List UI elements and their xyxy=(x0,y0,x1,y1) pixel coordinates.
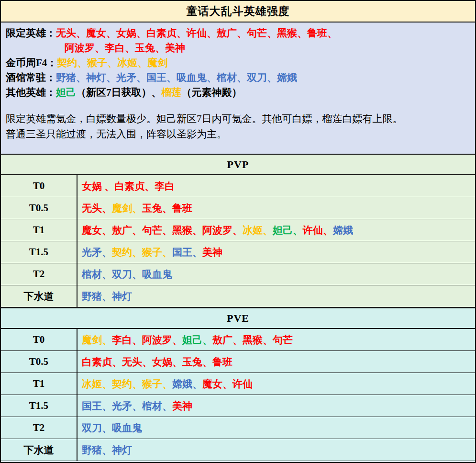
roster-section: 限定英雄：无头、魔女、女娲、白素贞、许仙、敖广、句芒、黑猴、鲁班、 阿波罗、李白… xyxy=(1,23,475,154)
hero-text-segment: 妲己、 xyxy=(273,224,303,237)
roster-heroes: 契约、猴子、冰姬、魔剑 xyxy=(57,57,167,68)
roster-heroes: 野猪、神灯、光矛、国王、吸血鬼、棺材、双刀、嫦娥 xyxy=(56,72,297,83)
table-row: T2 棺材、双刀、吸血鬼 xyxy=(1,263,475,285)
hero-text-segment: 无头、魔女、女娲、白素贞、许仙、敖广、句芒、黑猴、鲁班、 xyxy=(56,27,337,39)
table-row: 下水道 野猪、神灯 xyxy=(1,285,475,307)
roster-line-limited: 限定英雄：无头、魔女、女娲、白素贞、许仙、敖广、句芒、黑猴、鲁班、 xyxy=(6,26,470,41)
hero-text-segment: 冰姬、 xyxy=(243,224,273,237)
hero-text-segment: （元素神殿） xyxy=(182,87,242,98)
tier-heroes-cell: 光矛、契约、猴子、国王、美神 xyxy=(77,241,475,263)
roster-line-goldweek: 金币周F4：契约、猴子、冰姬、魔剑 xyxy=(6,56,470,70)
tier-heroes-cell: 冰姬、契约、猴子、嫦娥、魔女、许仙 xyxy=(77,373,475,395)
roster-notes: 限定英雄需氪金，白嫖数量极少。妲己新区7日内可氪金。其他可白嫖，榴莲白嫖有上限。… xyxy=(6,111,470,142)
tier-label-cell: 下水道 xyxy=(1,285,77,307)
note-line: 普通三圣只能过渡，无法入围，阵容以圣影为主。 xyxy=(6,126,470,142)
table-row: 下水道 野猪、神灯 xyxy=(1,439,475,461)
tier-label-cell: T1 xyxy=(1,373,77,395)
table-row: T1.5 光矛、契约、猴子、国王、美神 xyxy=(1,241,475,263)
tier-label-cell: T2 xyxy=(1,417,77,439)
tier-label-cell: T1.5 xyxy=(1,241,77,263)
hero-text-segment: 白素贞、无头、女娲、玉兔、鲁班 xyxy=(82,355,232,369)
roster-heroes: 阿波罗、李白、玉兔、美神 xyxy=(65,42,185,54)
hero-text-segment: 嫦娥 xyxy=(333,224,353,237)
hero-text-segment: 许仙、 xyxy=(303,224,333,237)
hero-text-segment: 野猪、神灯 xyxy=(82,290,132,303)
tier-heroes-cell: 双刀、吸血鬼 xyxy=(77,417,475,439)
hero-text-segment: 无头、 xyxy=(82,202,112,215)
tier-heroes-cell: 国王、光矛、棺材、美神 xyxy=(77,395,475,417)
tier-heroes-cell: 魔剑、李白、阿波罗、妲己、敖广、黑猴、句芒 xyxy=(77,329,475,350)
hero-text-segment: 野猪、神灯 xyxy=(82,443,132,457)
pve-table: PVE T0 魔剑、李白、阿波罗、妲己、敖广、黑猴、句芒 T0.5 白素贞、无头… xyxy=(1,307,475,461)
hero-text-segment: 榴莲 xyxy=(162,87,182,98)
hero-text-segment: 妲己 xyxy=(56,87,76,98)
pvp-header: PVP xyxy=(1,155,475,175)
note-line: 限定英雄需氪金，白嫖数量极少。妲己新区7日内可氪金。其他可白嫖，榴莲白嫖有上限。 xyxy=(6,111,470,126)
roster-label: 金币周F4： xyxy=(6,57,57,68)
hero-text-segment: 魔女、许仙 xyxy=(202,377,253,391)
hero-tier-list-page: 童话大乱斗英雄强度 限定英雄：无头、魔女、女娲、白素贞、许仙、敖广、句芒、黑猴、… xyxy=(0,0,476,463)
hero-text-segment: 玉兔、鲁班 xyxy=(142,202,192,215)
hero-text-segment: 敖广、黑猴、句芒 xyxy=(212,333,293,347)
tier-heroes-cell: 棺材、双刀、吸血鬼 xyxy=(77,263,475,285)
table-row: T0.5 无头、魔剑、玉兔、鲁班 xyxy=(1,197,475,219)
hero-text-segment: 美神 xyxy=(172,399,192,413)
tier-label-cell: T0.5 xyxy=(1,351,77,373)
hero-text-segment: 嫦娥、 xyxy=(172,377,202,391)
hero-text-segment: 妲己、 xyxy=(182,333,212,347)
table-row: T1.5 国王、光矛、棺材、美神 xyxy=(1,395,475,417)
tier-heroes-cell: 女娲 、白素贞、李白 xyxy=(77,175,475,197)
table-row: T1 冰姬、契约、猴子、嫦娥、魔女、许仙 xyxy=(1,373,475,395)
hero-text-segment: 契约、猴子、 xyxy=(112,246,172,259)
hero-text-segment: 女娲 、白素贞、李白 xyxy=(82,180,175,193)
hero-text-segment: 光矛、 xyxy=(82,246,112,259)
hero-text-segment: 魔剑、 xyxy=(112,202,142,215)
roster-line-limited-cont: 阿波罗、李白、玉兔、美神 xyxy=(6,41,470,56)
tier-label-cell: T1 xyxy=(1,219,77,241)
roster-heroes: 无头、魔女、女娲、白素贞、许仙、敖广、句芒、黑猴、鲁班、 xyxy=(56,27,337,39)
roster-label: 酒馆常驻： xyxy=(6,72,56,83)
hero-text-segment: （新区7日获取）、 xyxy=(76,87,162,98)
roster-line-tavern: 酒馆常驻：野猪、神灯、光矛、国王、吸血鬼、棺材、双刀、嫦娥 xyxy=(6,70,470,85)
hero-text-segment: 魔女、敖广、句芒、黑猴、阿波罗、 xyxy=(82,224,243,237)
hero-text-segment: 棺材、双刀、吸血鬼 xyxy=(82,268,172,281)
table-row: T0.5 白素贞、无头、女娲、玉兔、鲁班 xyxy=(1,351,475,373)
hero-text-segment: 阿波罗、李白、玉兔、美神 xyxy=(65,42,185,54)
tier-label-cell: 下水道 xyxy=(1,439,77,461)
pve-header: PVE xyxy=(1,308,475,329)
roster-label: 其他英雄： xyxy=(6,87,56,98)
tier-label-cell: T0.5 xyxy=(1,197,77,219)
tier-heroes-cell: 野猪、神灯 xyxy=(77,285,475,307)
tier-label-cell: T2 xyxy=(1,263,77,285)
hero-text-segment: 契约、猴子、冰姬、魔剑 xyxy=(57,57,167,68)
table-row: T0 女娲 、白素贞、李白 xyxy=(1,175,475,197)
pvp-table: PVP T0 女娲 、白素贞、李白 T0.5 无头、魔剑、玉兔、鲁班 T1 魔女… xyxy=(1,154,475,307)
hero-text-segment: 美神 xyxy=(202,246,222,259)
tier-label-cell: T0 xyxy=(1,329,77,350)
roster-heroes: 妲己（新区7日获取）、榴莲（元素神殿） xyxy=(56,87,242,98)
hero-text-segment: 李白、阿波罗、 xyxy=(112,333,182,347)
table-row: T2 双刀、吸血鬼 xyxy=(1,417,475,439)
tier-heroes-cell: 魔女、敖广、句芒、黑猴、阿波罗、冰姬、妲己、许仙、嫦娥 xyxy=(77,219,475,241)
tier-label-cell: T1.5 xyxy=(1,395,77,417)
page-title: 童话大乱斗英雄强度 xyxy=(1,1,475,23)
table-row: T1 魔女、敖广、句芒、黑猴、阿波罗、冰姬、妲己、许仙、嫦娥 xyxy=(1,219,475,241)
table-row: T0 魔剑、李白、阿波罗、妲己、敖广、黑猴、句芒 xyxy=(1,329,475,351)
hero-text-segment: 双刀、吸血鬼 xyxy=(82,421,142,435)
roster-label: 限定英雄： xyxy=(6,27,56,39)
hero-text-segment: 魔剑、 xyxy=(82,333,112,347)
tier-heroes-cell: 野猪、神灯 xyxy=(77,439,475,461)
hero-text-segment: 国王、光矛、棺材、 xyxy=(82,399,172,413)
hero-text-segment: 野猪、神灯、光矛、国王、吸血鬼、棺材、双刀、嫦娥 xyxy=(56,72,297,83)
tier-heroes-cell: 无头、魔剑、玉兔、鲁班 xyxy=(77,197,475,219)
hero-text-segment: 冰姬、契约、猴子、 xyxy=(82,377,172,391)
roster-line-other: 其他英雄：妲己（新区7日获取）、榴莲（元素神殿） xyxy=(6,85,470,100)
tier-heroes-cell: 白素贞、无头、女娲、玉兔、鲁班 xyxy=(77,351,475,373)
hero-text-segment: 国王、 xyxy=(172,246,202,259)
tier-label-cell: T0 xyxy=(1,175,77,197)
